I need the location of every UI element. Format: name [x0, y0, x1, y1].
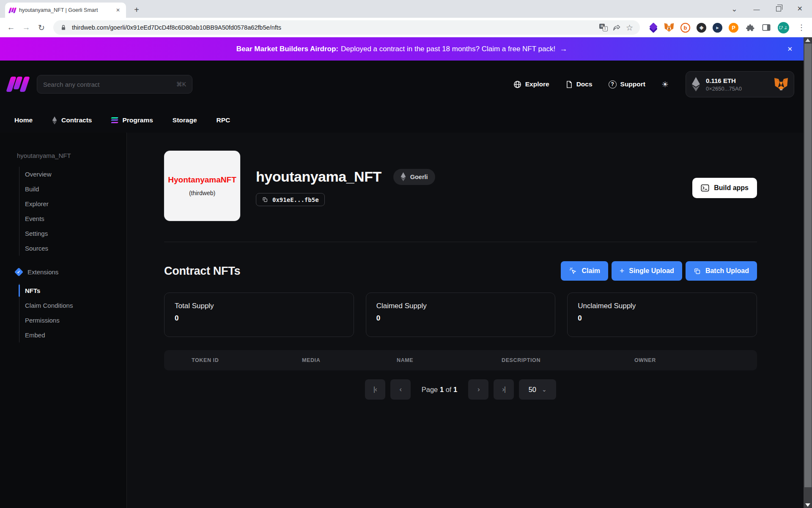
extension-polkadot-icon[interactable]: P [729, 23, 738, 33]
copy-icon [262, 196, 268, 203]
contract-address-copy[interactable]: 0x91eE...fb5e [256, 193, 325, 206]
build-apps-button[interactable]: Build apps [692, 178, 757, 198]
nav-home[interactable]: Home [14, 116, 33, 124]
contract-image-subtitle: (thirdweb) [189, 190, 215, 196]
promo-banner[interactable]: Bear Market Builders Airdrop: Deployed a… [0, 37, 804, 61]
wallet-card[interactable]: 0.116 ETH 0×2650...75A0 [686, 71, 794, 97]
terminal-icon [701, 184, 709, 192]
chevron-down-icon: ⌄ [542, 386, 547, 393]
claim-cursor-icon [569, 267, 577, 275]
page-scrollbar[interactable] [804, 37, 812, 508]
thirdweb-logo[interactable] [8, 77, 27, 92]
batch-upload-button[interactable]: Batch Upload [686, 261, 757, 281]
extension-b-icon[interactable]: b [680, 23, 690, 33]
sidebar: hyoutanyama_NFT Overview Build Explorer … [0, 133, 127, 508]
address-bar[interactable]: thirdweb.com/goerli/0x91eEd7DcD4f8c6D80a… [53, 20, 640, 35]
extensions-diamond-icon: ✓ [14, 268, 23, 276]
sidebar-item-permissions[interactable]: Permissions [19, 313, 126, 328]
wallet-address: 0×2650...75A0 [706, 86, 768, 92]
banner-bold-text: Bear Market Builders Airdrop: [236, 45, 338, 53]
close-window-button[interactable]: ✕ [797, 6, 803, 12]
page-body: hyoutanyama_NFT Overview Build Explorer … [0, 133, 804, 508]
sidebar-item-settings[interactable]: Settings [19, 226, 126, 241]
sidebar-item-claim-conditions[interactable]: Claim Conditions [19, 298, 126, 313]
sidebar-item-build[interactable]: Build [19, 182, 126, 196]
next-page-button[interactable]: › [468, 379, 488, 400]
claim-button[interactable]: Claim [561, 261, 609, 281]
contract-search[interactable]: ⌘K [37, 75, 192, 94]
document-icon [565, 80, 573, 88]
prev-page-button[interactable]: ‹ [390, 379, 411, 400]
contract-image: HyontanyamaNFT (thirdweb) [164, 151, 240, 221]
ethereum-icon [52, 116, 57, 124]
column-name: Name [397, 357, 502, 363]
banner-text: Deployed a contract in the past 18 month… [341, 45, 555, 53]
sidebar-extensions-header: ✓ Extensions [0, 268, 126, 276]
last-page-button[interactable]: ›| [494, 379, 514, 400]
screen: hyoutanyama_NFT | Goerli Smart ✕ + ⌄ — ✕… [0, 0, 812, 508]
tab-close-icon[interactable]: ✕ [114, 6, 122, 14]
translate-icon[interactable]: G 文 [599, 24, 608, 31]
favicon-thirdweb [9, 8, 16, 13]
reload-button[interactable]: ↻ [35, 21, 48, 34]
sidebar-item-explorer[interactable]: Explorer [19, 196, 126, 211]
contract-address: 0x91eE...fb5e [272, 196, 319, 203]
nft-table-header: Token ID Media Name Description Owner [164, 350, 757, 370]
bookmark-star-icon[interactable]: ☆ [626, 23, 633, 33]
browser-tab[interactable]: hyoutanyama_NFT | Goerli Smart ✕ [5, 3, 126, 18]
extension-layers-icon[interactable] [649, 23, 658, 32]
sidebar-item-sources[interactable]: Sources [19, 241, 126, 256]
batch-copy-icon [694, 268, 701, 275]
tab-search-chevron-icon[interactable]: ⌄ [731, 6, 737, 13]
banner-close-icon[interactable]: ✕ [787, 45, 793, 53]
browser-profile-avatar[interactable]: ひょ [778, 22, 789, 33]
nav-programs[interactable]: Programs [111, 116, 153, 124]
scrollbar-thumb[interactable] [804, 44, 812, 487]
extension-metamask-icon[interactable] [664, 22, 674, 33]
back-button[interactable]: ← [4, 21, 18, 34]
nav-contracts[interactable]: Contracts [52, 116, 92, 124]
plus-icon: + [620, 266, 624, 276]
sidebar-item-events[interactable]: Events [19, 211, 126, 226]
search-input[interactable] [43, 81, 176, 88]
extension-icons: b ◈ ▸ P ひょ [645, 22, 793, 33]
main-content: HyontanyamaNFT (thirdweb) hyoutanyama_NF… [127, 133, 804, 508]
scrollbar-down-arrow[interactable] [805, 503, 810, 507]
docs-link[interactable]: Docs [565, 80, 593, 88]
minimize-button[interactable]: — [754, 6, 760, 12]
single-upload-button[interactable]: + Single Upload [612, 261, 682, 281]
column-token-id: Token ID [164, 357, 302, 363]
nav-rpc[interactable]: RPC [217, 116, 230, 124]
support-link[interactable]: ? Support [609, 80, 645, 88]
forward-button[interactable]: → [19, 21, 33, 34]
contract-nfts-header: Contract NFTs Claim + Single Upload [164, 261, 757, 281]
metamask-fox-icon [774, 77, 788, 91]
tab-strip: hyoutanyama_NFT | Goerli Smart ✕ + ⌄ — ✕ [0, 0, 812, 18]
ethereum-icon [401, 172, 406, 181]
share-icon[interactable] [613, 24, 621, 32]
theme-toggle-sun-icon[interactable]: ☀ [661, 80, 669, 89]
extension-hexagon-icon[interactable]: ▸ [713, 23, 722, 33]
section-title: Contract NFTs [164, 265, 240, 278]
browser-menu-icon[interactable]: ⋮ [795, 23, 808, 32]
window-controls: ⌄ — ✕ [731, 0, 812, 18]
stat-total-supply: Total Supply 0 [164, 293, 354, 337]
sidebar-contract-group: Overview Build Explorer Events Settings … [19, 167, 126, 256]
side-panel-icon[interactable] [761, 22, 771, 33]
sidebar-item-embed[interactable]: Embed [19, 328, 126, 342]
extension-geometric-icon[interactable]: ◈ [697, 23, 706, 33]
sidebar-item-overview[interactable]: Overview [19, 167, 126, 182]
sidebar-item-nfts[interactable]: NFTs [19, 283, 126, 298]
first-page-button[interactable]: |‹ [365, 379, 385, 400]
restore-button[interactable] [776, 6, 781, 11]
nav-storage[interactable]: Storage [173, 116, 197, 124]
new-tab-button[interactable]: + [130, 3, 143, 16]
network-badge[interactable]: Goerli [393, 169, 435, 185]
current-page: 1 [440, 386, 444, 393]
page-size-select[interactable]: 50 ⌄ [519, 379, 556, 400]
total-pages: 1 [453, 386, 457, 393]
explore-link[interactable]: Explore [513, 80, 549, 88]
banner-arrow-icon: → [560, 44, 567, 53]
scrollbar-up-arrow[interactable] [805, 39, 810, 42]
extensions-puzzle-icon[interactable] [745, 22, 755, 33]
